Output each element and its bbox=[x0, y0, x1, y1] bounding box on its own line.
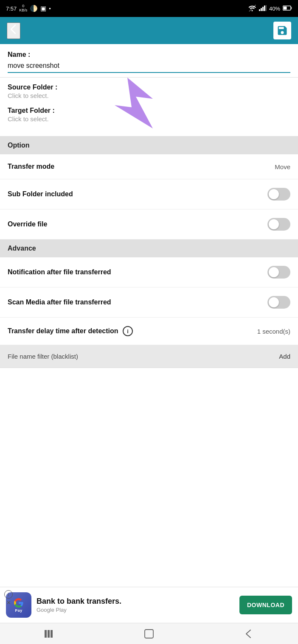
time-label: 7:57 bbox=[6, 6, 17, 12]
svg-rect-2 bbox=[262, 7, 264, 11]
svg-rect-10 bbox=[48, 630, 50, 638]
name-label: Name : bbox=[8, 51, 290, 59]
notification-toggle-thumb bbox=[269, 267, 279, 277]
target-folder-label: Target Folder : bbox=[8, 107, 290, 114]
transfer-delay-info-icon[interactable]: i bbox=[123, 326, 133, 336]
svg-rect-6 bbox=[291, 7, 292, 9]
source-folder-label: Source Folder : bbox=[8, 84, 290, 91]
svg-rect-7 bbox=[284, 6, 287, 9]
sub-folder-toggle-thumb bbox=[269, 189, 279, 199]
info-overlay: i ✕ bbox=[4, 590, 13, 606]
source-folder-value: Click to select. bbox=[8, 92, 290, 99]
scan-media-toggle[interactable] bbox=[267, 296, 290, 309]
sub-folder-toggle-track[interactable] bbox=[267, 188, 290, 201]
scan-media-toggle-thumb bbox=[269, 297, 279, 307]
svg-rect-1 bbox=[261, 8, 262, 11]
override-file-toggle-track[interactable] bbox=[267, 218, 290, 231]
advance-section-header: Advance bbox=[0, 240, 298, 257]
filter-add-button[interactable]: Add bbox=[279, 353, 290, 360]
sub-folder-label: Sub Folder included bbox=[8, 190, 267, 198]
notification-row: Notification after file transferred bbox=[0, 257, 298, 287]
transfer-mode-value: Move bbox=[275, 163, 290, 170]
scan-media-label: Scan Media after file transferred bbox=[8, 298, 267, 306]
nav-back-button[interactable] bbox=[231, 625, 265, 642]
save-button[interactable] bbox=[273, 22, 291, 39]
transfer-delay-label: Transfer delay time after detection i bbox=[8, 326, 257, 336]
close-overlay-button[interactable]: ✕ bbox=[6, 599, 11, 606]
notification-dot: • bbox=[49, 6, 51, 12]
scan-media-row: Scan Media after file transferred bbox=[0, 287, 298, 318]
back-button[interactable] bbox=[7, 22, 20, 39]
sim-icon: ▣ bbox=[40, 5, 46, 12]
transfer-delay-value: 1 second(s) bbox=[257, 328, 290, 335]
moon-icon: 🌓 bbox=[30, 5, 38, 12]
toolbar bbox=[0, 17, 298, 44]
svg-rect-9 bbox=[45, 630, 47, 638]
override-file-toggle[interactable] bbox=[267, 218, 290, 231]
svg-rect-12 bbox=[145, 630, 153, 638]
filter-label: File name filter (blacklist) bbox=[8, 353, 78, 360]
transfer-mode-row[interactable]: Transfer mode Move bbox=[0, 154, 298, 179]
main-content: Name : Source Folder : Click to select. … bbox=[0, 44, 298, 512]
source-folder-row[interactable]: Source Folder : Click to select. bbox=[8, 84, 290, 99]
status-right: 40% bbox=[248, 5, 292, 13]
target-folder-row[interactable]: Target Folder : Click to select. bbox=[8, 107, 290, 123]
transfer-delay-row[interactable]: Transfer delay time after detection i 1 … bbox=[0, 318, 298, 345]
ad-subtitle: Google Play bbox=[37, 607, 234, 613]
nav-home-button[interactable] bbox=[132, 625, 166, 642]
ad-title: Bank to bank transfers. bbox=[37, 597, 234, 606]
battery-percent: 40% bbox=[269, 6, 280, 12]
folder-section: Source Folder : Click to select. Target … bbox=[0, 78, 298, 137]
override-file-label: Override file bbox=[8, 220, 267, 228]
override-file-toggle-thumb bbox=[269, 219, 279, 229]
notification-toggle-track[interactable] bbox=[267, 266, 290, 279]
ad-download-button[interactable]: DOWNLOAD bbox=[239, 596, 292, 614]
filter-row: File name filter (blacklist) Add bbox=[0, 345, 298, 368]
bottom-nav bbox=[0, 623, 298, 644]
svg-rect-3 bbox=[264, 6, 265, 11]
svg-rect-11 bbox=[51, 630, 53, 638]
signal-icon bbox=[259, 5, 267, 12]
sub-folder-toggle[interactable] bbox=[267, 188, 290, 201]
status-left: 7:57 0KB/s 🌓 ▣ • bbox=[6, 4, 51, 13]
option-section-header: Option bbox=[0, 137, 298, 154]
svg-rect-0 bbox=[259, 9, 260, 11]
info-overlay-icon[interactable]: i bbox=[4, 590, 13, 599]
nav-menu-button[interactable] bbox=[33, 625, 67, 642]
notification-toggle[interactable] bbox=[267, 266, 290, 279]
wifi-icon bbox=[248, 5, 256, 13]
transfer-mode-label: Transfer mode bbox=[8, 163, 275, 170]
ad-content: Bank to bank transfers. Google Play bbox=[37, 597, 234, 613]
target-folder-value: Click to select. bbox=[8, 115, 290, 123]
ad-banner: Pay Bank to bank transfers. Google Play … bbox=[0, 587, 298, 623]
status-bar: 7:57 0KB/s 🌓 ▣ • 40 bbox=[0, 0, 298, 17]
empty-space bbox=[0, 368, 298, 512]
battery-icon bbox=[283, 6, 292, 12]
override-file-row: Override file bbox=[0, 209, 298, 240]
svg-rect-4 bbox=[266, 5, 267, 11]
name-input[interactable] bbox=[8, 60, 290, 73]
notification-label: Notification after file transferred bbox=[8, 268, 267, 276]
name-section: Name : bbox=[0, 44, 298, 78]
sub-folder-row: Sub Folder included bbox=[0, 179, 298, 209]
kb-indicator: 0KB/s bbox=[19, 4, 27, 13]
scan-media-toggle-track[interactable] bbox=[267, 296, 290, 309]
